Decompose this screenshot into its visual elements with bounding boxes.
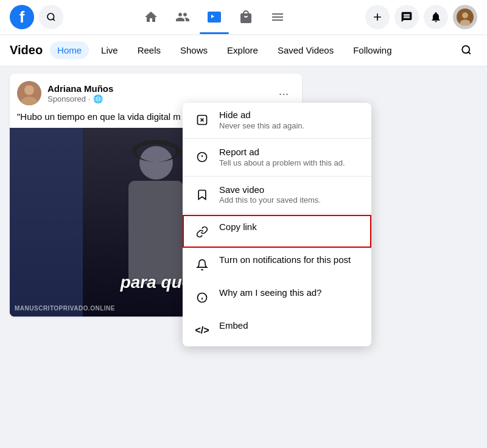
nav-video-button[interactable] bbox=[200, 2, 229, 32]
save-video-subtitle: Add this to your saved items. bbox=[219, 195, 362, 206]
save-video-icon bbox=[192, 185, 212, 205]
tab-live[interactable]: Live bbox=[94, 41, 125, 59]
globe-icon: 🌐 bbox=[93, 94, 103, 103]
post-author-name[interactable]: Adriana Muños bbox=[47, 83, 267, 95]
post-author-info: Adriana Muños Sponsored · 🌐 bbox=[47, 83, 267, 104]
nav-messenger-button[interactable] bbox=[394, 5, 419, 29]
nav-notifications-button[interactable] bbox=[424, 5, 448, 29]
why-ad-icon bbox=[192, 288, 212, 307]
tab-explore[interactable]: Explore bbox=[220, 41, 265, 59]
post-text-content: "Hubo un tiempo en que la vida digital m… bbox=[17, 111, 209, 122]
post-meta: Sponsored · 🌐 bbox=[47, 94, 267, 103]
embed-title: Embed bbox=[219, 320, 362, 332]
svg-point-0 bbox=[47, 13, 54, 20]
nav-profile-avatar[interactable] bbox=[453, 5, 477, 29]
menu-item-why-ad[interactable]: Why am I seeing this ad? bbox=[183, 281, 371, 313]
tab-home[interactable]: Home bbox=[50, 41, 89, 59]
save-video-title: Save video bbox=[219, 184, 362, 196]
video-section-header: Video Home Live Reels Shows Explore Save… bbox=[0, 34, 487, 66]
notifications-title: Turn on notifications for this post bbox=[219, 254, 362, 266]
post-sponsored-label: Sponsored bbox=[47, 94, 86, 103]
menu-item-save-video[interactable]: Save video Add this to your saved items. bbox=[183, 178, 371, 212]
menu-item-hide-ad[interactable]: Hide ad Never see this ad again. bbox=[183, 103, 371, 137]
video-search-button[interactable] bbox=[455, 39, 477, 61]
post-author-avatar bbox=[17, 81, 41, 105]
search-button[interactable] bbox=[39, 5, 63, 29]
post-options-dropdown: Hide ad Never see this ad again. Report … bbox=[183, 103, 371, 346]
nav-friends-button[interactable] bbox=[168, 2, 197, 32]
svg-point-3 bbox=[462, 12, 468, 18]
svg-point-8 bbox=[24, 85, 34, 95]
nav-center bbox=[63, 2, 365, 32]
report-ad-icon bbox=[192, 147, 212, 167]
nav-left: f bbox=[10, 5, 63, 29]
video-caption-text: para que bbox=[121, 273, 192, 292]
copy-link-icon bbox=[192, 222, 212, 242]
dot-separator: · bbox=[88, 94, 91, 103]
post-more-options-button[interactable]: ··· bbox=[273, 82, 295, 104]
nav-home-button[interactable] bbox=[136, 2, 166, 32]
report-ad-title: Report ad bbox=[219, 146, 362, 158]
top-navigation: f bbox=[0, 0, 487, 34]
hide-ad-subtitle: Never see this ad again. bbox=[219, 121, 362, 131]
nav-right bbox=[365, 5, 477, 29]
hide-ad-icon bbox=[192, 110, 212, 130]
svg-point-5 bbox=[462, 46, 469, 53]
video-page-title: Video bbox=[10, 43, 43, 57]
tab-reels[interactable]: Reels bbox=[130, 41, 168, 59]
video-watermark: MANUSCRITOPRIVADO.ONLINE bbox=[15, 305, 115, 312]
svg-line-6 bbox=[468, 52, 470, 54]
report-ad-subtitle: Tell us about a problem with this ad. bbox=[219, 158, 362, 169]
divider-2 bbox=[183, 176, 371, 177]
tab-shows[interactable]: Shows bbox=[173, 41, 215, 59]
menu-item-report-ad[interactable]: Report ad Tell us about a problem with t… bbox=[183, 140, 371, 174]
facebook-logo[interactable]: f bbox=[10, 5, 34, 29]
nav-marketplace-button[interactable] bbox=[231, 2, 261, 32]
tab-saved-videos[interactable]: Saved Videos bbox=[270, 41, 341, 59]
divider-3 bbox=[183, 213, 371, 214]
menu-item-copy-link[interactable]: Copy link bbox=[183, 215, 371, 248]
notifications-icon bbox=[192, 255, 212, 275]
main-content: Adriana Muños Sponsored · 🌐 ··· "Hubo un… bbox=[0, 66, 487, 324]
menu-item-notifications[interactable]: Turn on notifications for this post bbox=[183, 248, 371, 281]
hide-ad-title: Hide ad bbox=[219, 109, 362, 121]
svg-line-1 bbox=[53, 19, 55, 21]
nav-menu-button[interactable] bbox=[263, 2, 292, 32]
nav-plus-button[interactable] bbox=[365, 5, 390, 29]
copy-link-title: Copy link bbox=[219, 221, 362, 233]
divider-1 bbox=[183, 138, 371, 139]
menu-item-embed[interactable]: </> Embed bbox=[183, 313, 371, 346]
embed-icon: </> bbox=[192, 321, 212, 340]
why-ad-title: Why am I seeing this ad? bbox=[219, 287, 362, 299]
tab-following[interactable]: Following bbox=[346, 41, 399, 59]
